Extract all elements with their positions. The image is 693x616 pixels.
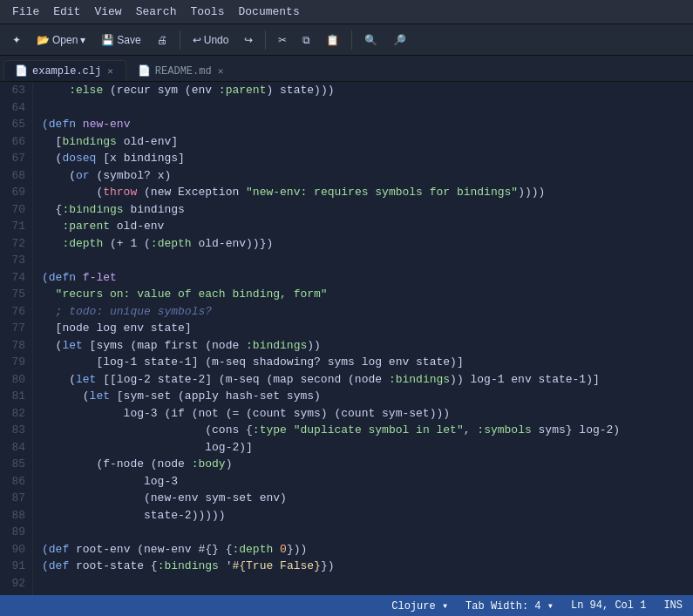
status-language[interactable]: Clojure ▾ [391,599,448,613]
line-number: 89 [3,524,25,541]
line-number: 76 [3,303,25,321]
tab-file-icon-2: 📄 [138,64,151,78]
table-row: :else (recur sym (env :parent) state))) [40,82,693,99]
menu-search[interactable]: Search [129,3,184,20]
table-row: (cons {:type "duplicate symbol in let", … [40,422,693,439]
line-number: 86 [3,473,25,491]
tab-readme-md[interactable]: 📄 README.md ✕ [126,60,236,81]
line-number: 64 [3,99,25,117]
menu-view[interactable]: View [87,3,128,20]
line-number: 68 [3,167,25,185]
line-number: 79 [3,354,25,371]
tab-close-button-2[interactable]: ✕ [216,65,226,77]
line-number: 71 [3,218,25,235]
table-row: (throw (new Exception "new-env: requires… [40,184,693,201]
search-icon: 🔍 [364,34,377,46]
table-row: (let [sym-set (apply hash-set syms) [40,388,693,405]
table-row: "recurs on: value of each binding, form" [40,286,693,303]
line-number: 78 [3,337,25,355]
menu-edit[interactable]: Edit [46,3,87,20]
line-number: 73 [3,252,25,269]
line-number: 77 [3,320,25,337]
new-button[interactable]: ✦ [5,30,28,50]
tab-close-button[interactable]: ✕ [105,65,115,77]
table-row: (doseq [x bindings] [40,150,693,167]
line-number: 72 [3,235,25,253]
print-icon: 🖨 [157,34,167,46]
table-row [40,524,693,541]
line-number: 91 [3,558,25,575]
table-row: log-3 (if (not (= (count syms) (count sy… [40,405,693,423]
tab-example-clj[interactable]: 📄 example.clj ✕ [3,60,126,81]
line-number: 85 [3,456,25,473]
table-row: state-2))))) [40,507,693,525]
statusbar: Clojure ▾ Tab Width: 4 ▾ Ln 94, Col 1 IN… [0,595,693,616]
table-row: :depth (+ 1 (:depth old-env))}) [40,235,693,253]
save-icon: 💾 [101,34,114,46]
table-row: (new-env sym-set env) [40,490,693,507]
menu-tools[interactable]: Tools [183,3,231,20]
table-row: [log-1 state-1] (m-seq shadowing? syms l… [40,354,693,371]
status-mode: INS [663,599,683,612]
toolbar: ✦ 📂 Open ▾ 💾 Save 🖨 ↩ Undo ↪ ✂ ⧉ 📋 🔍 🔎 [0,24,693,56]
paste-button[interactable]: 📋 [319,30,346,50]
menubar: File Edit View Search Tools Documents [0,0,693,24]
line-number: 66 [3,133,25,151]
tab-label-2: README.md [155,65,212,78]
separator-1 [180,30,180,50]
replace-button[interactable]: 🔎 [386,30,413,50]
line-number: 75 [3,286,25,303]
editor: 6364656667686970717273747576777879808182… [0,82,693,595]
tab-width-chevron-icon: ▾ [547,600,554,613]
table-row: (let [[log-2 state-2] (m-seq (map second… [40,371,693,389]
table-row: (let [syms (map first (node :bindings)) [40,337,693,355]
line-number: 65 [3,116,25,133]
line-number: 87 [3,490,25,507]
line-number: 81 [3,388,25,405]
cut-button[interactable]: ✂ [271,30,294,50]
table-row: ; todo: unique symbols? [40,303,693,321]
line-number: 69 [3,184,25,201]
open-button[interactable]: 📂 Open ▾ [30,30,92,50]
separator-3 [351,30,352,50]
table-row: log-3 [40,473,693,491]
language-chevron-icon: ▾ [442,600,448,613]
table-row: log-2)] [40,439,693,457]
menu-documents[interactable]: Documents [231,3,306,20]
tab-bar: 📄 example.clj ✕ 📄 README.md ✕ [0,56,693,82]
line-number: 90 [3,541,25,558]
table-row: [node log env state] [40,320,693,337]
tab-label: example.clj [32,65,101,78]
open-icon: 📂 [37,34,50,46]
save-button[interactable]: 💾 Save [94,30,147,50]
table-row: (defn f-let [40,269,693,287]
redo-button[interactable]: ↪ [237,30,260,50]
line-number: 67 [3,150,25,167]
undo-button[interactable]: ↩ Undo [186,30,236,50]
line-number: 74 [3,269,25,287]
line-numbers: 6364656667686970717273747576777879808182… [0,82,33,595]
replace-icon: 🔎 [393,34,406,46]
line-number: 80 [3,371,25,389]
status-tab-width[interactable]: Tab Width: 4 ▾ [465,599,554,613]
table-row: (def root-state {:bindings '#{True False… [40,558,693,575]
line-number: 83 [3,422,25,439]
search-button[interactable]: 🔍 [357,30,384,50]
table-row: (or (symbol? x) [40,167,693,185]
copy-button[interactable]: ⧉ [296,30,317,50]
table-row: {:bindings bindings [40,201,693,219]
open-chevron-icon: ▾ [80,34,85,46]
line-number: 70 [3,201,25,219]
menu-file[interactable]: File [5,3,46,20]
table-row [40,252,693,269]
table-row: (def root-env (new-env #{} {:depth 0})) [40,541,693,558]
table-row: :parent old-env [40,218,693,235]
line-number: 88 [3,507,25,525]
table-row: (defn new-env [40,116,693,133]
table-row [40,99,693,117]
print-button[interactable]: 🖨 [150,30,174,50]
code-area[interactable]: :else (recur sym (env :parent) state))) … [33,82,693,595]
separator-2 [265,30,266,50]
line-number: 82 [3,405,25,423]
status-position: Ln 94, Col 1 [571,599,646,612]
